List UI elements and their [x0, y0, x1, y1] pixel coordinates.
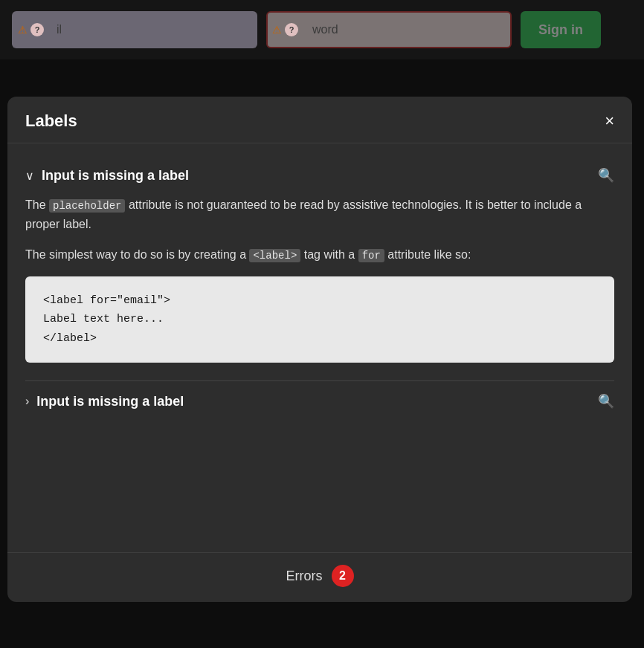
code-line-3: </label>	[43, 329, 596, 349]
code-line-2: Label text here...	[43, 310, 596, 329]
accordion-label-2: Input is missing a label	[36, 394, 184, 409]
code-line-1: <label for="email">	[43, 291, 596, 311]
description-2-mid: tag with a	[300, 248, 358, 261]
search-icon-1[interactable]: 🔍	[598, 167, 614, 184]
label-tag-code: <label>	[249, 249, 300, 262]
password-icons: ⚠ ?	[272, 23, 298, 36]
placeholder-code: placeholder	[49, 199, 125, 213]
description-2: The simplest way to do so is by creating…	[25, 245, 614, 265]
modal-overlay: Labels × ∨ Input is missing a label 🔍 Th…	[0, 0, 644, 648]
accordion-item-2: › Input is missing a label 🔍	[25, 380, 614, 418]
email-warning-icon: ⚠	[18, 24, 28, 36]
accordion-header-left-1: ∨ Input is missing a label	[25, 168, 189, 184]
description-2-end: attribute like so:	[384, 248, 471, 261]
description-2-prefix: The simplest way to do so is by creating…	[25, 248, 249, 261]
accordion-label-1: Input is missing a label	[42, 168, 189, 184]
accordion-header-left-2: › Input is missing a label	[25, 394, 184, 409]
modal-close-button[interactable]: ×	[605, 113, 614, 129]
accordion-header-1[interactable]: ∨ Input is missing a label 🔍	[25, 158, 614, 192]
search-icon-2[interactable]: 🔍	[598, 393, 614, 409]
description-1: The placeholder attribute is not guarant…	[25, 195, 614, 233]
password-warning-icon: ⚠	[272, 24, 282, 36]
for-attr-code: for	[358, 249, 384, 262]
modal-title: Labels	[25, 111, 77, 131]
accordion-item-1: ∨ Input is missing a label 🔍 The placeho…	[25, 158, 614, 375]
modal-header: Labels ×	[7, 97, 632, 143]
modal-footer: Errors 2	[7, 552, 632, 602]
accordion-content-1: The placeholder attribute is not guarant…	[25, 192, 614, 375]
chevron-down-icon-1: ∨	[25, 169, 34, 183]
code-example: <label for="email"> Label text here... <…	[25, 276, 614, 363]
labels-modal: Labels × ∨ Input is missing a label 🔍 Th…	[7, 97, 632, 602]
password-question-icon: ?	[285, 23, 298, 36]
errors-badge: 2	[332, 565, 354, 587]
accordion-header-2[interactable]: › Input is missing a label 🔍	[25, 380, 614, 418]
errors-label: Errors	[286, 568, 323, 584]
chevron-right-icon-2: ›	[25, 395, 29, 408]
email-question-icon: ?	[30, 23, 44, 36]
modal-body: ∨ Input is missing a label 🔍 The placeho…	[7, 143, 632, 552]
email-icons: ⚠ ?	[18, 23, 44, 36]
